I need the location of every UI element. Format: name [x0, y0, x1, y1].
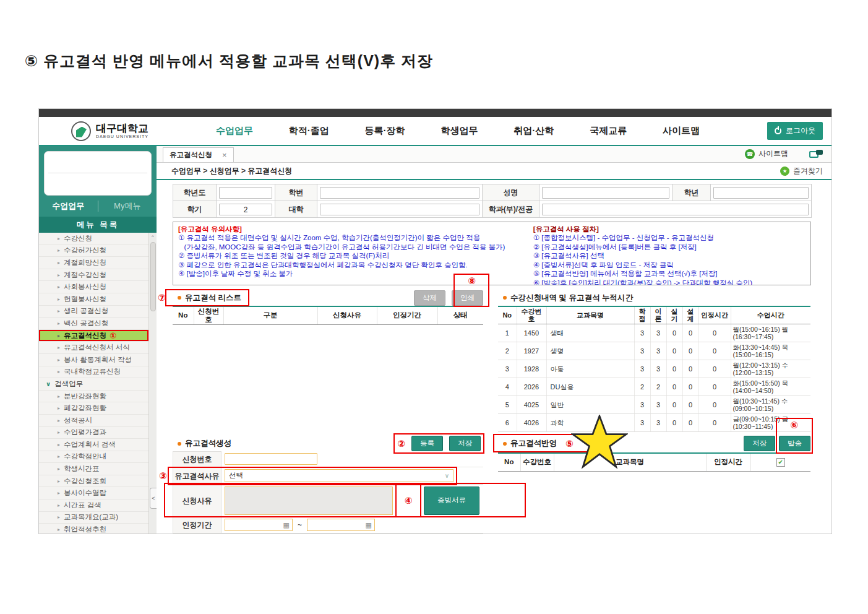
scroll-up-icon[interactable]: ^	[152, 233, 154, 241]
sidebar-menu-item[interactable]: ▸ 유고결석신청서 서식	[39, 342, 148, 354]
notice-precautions: [유고결석 유의사항] ① 유고결석 적용은 대면수업 및 실시간 Zoom 수…	[178, 225, 530, 282]
favorite-link[interactable]: ★ 즐겨찾기	[780, 166, 823, 176]
sidebar-menu-item[interactable]: ▸ 수업평가결과	[39, 427, 148, 439]
sidebar-menu-item[interactable]: ▸ 시간표 검색	[39, 499, 148, 512]
calendar-icon[interactable]: ▦	[366, 521, 372, 529]
sidebar-menu-item[interactable]: ▸ 헌혈봉사신청	[39, 293, 148, 306]
college-input[interactable]	[320, 204, 479, 215]
sidebar-menu-item[interactable]: ▸ 생리 공결신청	[39, 306, 148, 318]
nav-item[interactable]: 취업·산학	[513, 125, 554, 137]
university-logo-icon	[71, 121, 91, 141]
sidebar-menu-item[interactable]: ▸ 학생시간표	[39, 463, 148, 475]
sidebar-menu: ▸ 수강신청 ▸ 수강허가신청	[39, 233, 148, 534]
year-input[interactable]	[219, 187, 272, 199]
item-arrow-icon: ▸	[58, 260, 60, 266]
sidebar-menu-item[interactable]: ▸ 수강신청	[39, 233, 148, 245]
university-logo[interactable]: 대구대학교 DAEGU UNIVERSITY	[71, 121, 198, 141]
sidebar-tab-mymenu[interactable]: My메뉴	[98, 201, 157, 212]
sidebar-menu-item[interactable]: ▸ 봉사 활동계획서 작성	[39, 354, 148, 366]
sidebar-menu-item[interactable]: ▸ 계절수강신청	[39, 269, 148, 282]
sidebar-menu-item[interactable]: ▸ 사회봉사신청	[39, 281, 148, 293]
courses-table: No 수강번호 교과목명 학점 이론 실기 설계 인정시간 수업시간	[498, 306, 810, 433]
nav-item[interactable]: 국제교류	[590, 125, 627, 137]
sidebar-menu-item[interactable]: ▸ 국내학점교류신청	[39, 366, 148, 379]
absence-reason-select[interactable]: 선택 ∨	[225, 469, 453, 482]
sidebar-menu-item[interactable]: ▸ 수업계획서 검색	[39, 439, 148, 451]
sidebar-menu-item[interactable]: ▸ 성적공시	[39, 415, 148, 427]
course-row: 4 2026 DU실용 2 2 0 0 0 화(15:00~15:50) 목(1	[498, 378, 810, 396]
popup-window-icon[interactable]	[809, 150, 823, 158]
procedure-title: [유고결석 사용 절차]	[533, 225, 806, 233]
sitemap-link[interactable]: ☎ 사이트맵	[745, 149, 788, 159]
period-label: 인정기간	[173, 517, 221, 533]
sidebar-menu-item[interactable]: ▸ 폐강강좌현황	[39, 402, 148, 415]
sidebar-menu-item[interactable]: ▸ 봉사이수열람	[39, 487, 148, 499]
print-button[interactable]: 인쇄	[452, 290, 483, 306]
application-number-input[interactable]	[225, 453, 317, 465]
nav-item[interactable]: 수업업무	[216, 125, 253, 137]
step-7-annotation: ⑦	[158, 293, 166, 302]
sidebar: 수업업무 My메뉴 메뉴 목록 ▸ 수강신청	[39, 146, 157, 534]
sidebar-menu-item[interactable]: ▸ 수강신청조회	[39, 475, 148, 488]
sidebar-collapse-handle[interactable]: <	[150, 488, 157, 509]
major-input[interactable]	[542, 204, 809, 215]
absence-list-empty-body	[173, 325, 483, 418]
notice-title: [유고결석 유의사항]	[178, 225, 530, 233]
sidebar-menu-item[interactable]: ▸ 유고결석신청 ①	[39, 330, 148, 342]
calendar-icon[interactable]: ▦	[283, 521, 290, 529]
nav-item[interactable]: 사이트맵	[663, 125, 700, 137]
apply-save-button[interactable]: 저장	[744, 436, 775, 451]
nav-item[interactable]: 등록·장학	[365, 125, 405, 137]
application-reason-label: 신청사유	[173, 485, 221, 516]
tab-strip: 유고결석신청 × ☎ 사이트맵	[157, 146, 831, 163]
sidebar-item-label: 취업적성추천	[64, 525, 106, 534]
application-reason-input[interactable]	[225, 486, 393, 515]
sidebar-menu-item[interactable]: ▸ 수강허가신청	[39, 245, 148, 257]
courses-header-row: No 수강번호 교과목명 학점 이론 실기 설계 인정시간 수업시간	[498, 306, 810, 324]
sidebar-item-label: 헌혈봉사신청	[64, 295, 106, 304]
breadcrumb: 수업업무 > 신청업무 > 유고결석신청	[171, 166, 292, 176]
sidebar-menu-item[interactable]: ▸ 계절희망신청	[39, 257, 148, 269]
student-id-input[interactable]	[320, 187, 479, 199]
sidebar-menu-item[interactable]: ▸ 취업적성추천	[39, 524, 148, 534]
star-decoration	[571, 415, 628, 469]
send-button[interactable]: 발송	[779, 436, 810, 451]
select-all-checkbox[interactable]: ✔	[776, 458, 785, 467]
register-button[interactable]: 등록	[411, 436, 443, 451]
grade-input[interactable]	[713, 187, 809, 199]
sidebar-tab-classwork[interactable]: 수업업무	[39, 201, 98, 212]
sidebar-item-label: 봉사 활동계획서 작성	[64, 355, 132, 365]
tab-absence-application[interactable]: 유고결석신청 ×	[163, 147, 234, 162]
sidebar-menu-item[interactable]: ▸ 백신 공결신청	[39, 318, 148, 330]
nav-item[interactable]: 학생업무	[440, 125, 478, 137]
nav-item[interactable]: 학적·졸업	[289, 125, 329, 137]
period-start-input[interactable]: ▦	[225, 519, 293, 531]
sidebar-item-label: 생리 공결신청	[64, 306, 108, 316]
sidebar-menu-item[interactable]: ∨ 검색업무	[39, 378, 148, 391]
absence-reason-label: 유고결석사유	[173, 467, 221, 484]
period-end-input[interactable]: ▦	[307, 519, 375, 531]
sidebar-item-label: 수업계획서 검색	[64, 440, 116, 449]
tilde-separator: ~	[298, 521, 302, 529]
check-icon: ✔	[778, 459, 783, 465]
sidebar-item-label: 유고결석신청서 서식	[64, 343, 130, 352]
sidebar-item-label: 시간표 검색	[64, 501, 101, 510]
semester-input[interactable]: 2	[219, 204, 272, 215]
scrollbar-thumb[interactable]	[150, 242, 156, 311]
sidebar-menu-item[interactable]: ▸ 교과목개요(교과)	[39, 512, 148, 524]
university-name: 대구대학교	[96, 123, 148, 134]
menu-list-header: 메뉴 목록	[39, 217, 157, 233]
menu-wrap: ▸ 수강신청 ▸ 수강허가신청	[39, 233, 157, 534]
logout-button[interactable]: 로그아웃	[767, 122, 823, 140]
sidebar-menu-item[interactable]: ▸ 수강학점안내	[39, 451, 148, 464]
sidebar-menu-item[interactable]: ▸ 분반강좌현황	[39, 391, 148, 403]
evidence-button[interactable]: 증빙서류	[424, 486, 479, 515]
delete-button[interactable]: 삭제	[414, 290, 445, 306]
name-input[interactable]	[542, 187, 669, 199]
logout-label: 로그아웃	[786, 126, 815, 136]
sidebar-item-label: 폐강강좌현황	[64, 404, 106, 413]
create-save-button[interactable]: 저장	[449, 436, 481, 451]
sitemap-label: 사이트맵	[758, 149, 788, 159]
tab-close-icon[interactable]: ×	[222, 150, 227, 160]
step-8-annotation: ⑧	[468, 276, 476, 285]
